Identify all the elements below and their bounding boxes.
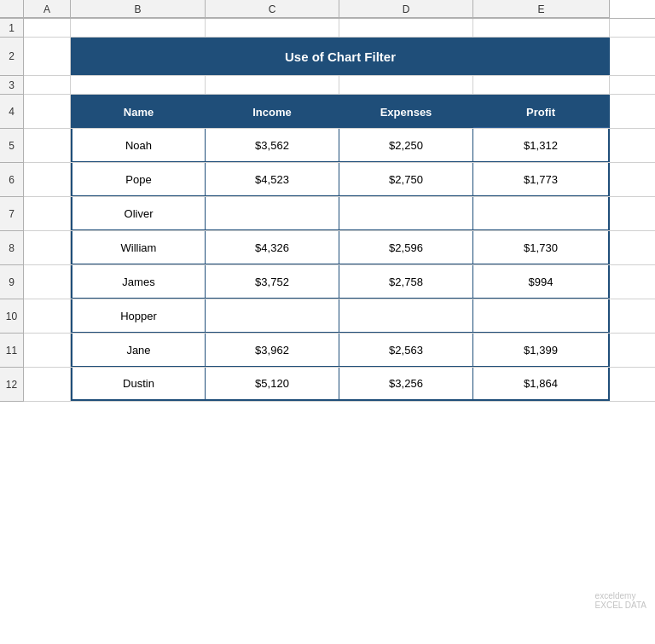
cell-1b	[71, 19, 206, 37]
row-header-10: 10	[0, 299, 24, 334]
cell-8a	[24, 231, 71, 264]
cell-3d	[339, 76, 473, 94]
cell-1a	[24, 19, 71, 37]
cell-9a	[24, 265, 71, 299]
cell-8e: $1,730	[473, 231, 610, 264]
row-header-4: 4	[0, 95, 24, 129]
cell-3b	[71, 76, 206, 94]
cell-9c: $3,752	[206, 265, 339, 299]
cell-6b: Pope	[71, 163, 206, 196]
cell-12e: $1,864	[473, 368, 610, 401]
cell-8c: $4,326	[206, 231, 339, 264]
row-11: Jane $3,962 $2,563 $1,399	[24, 334, 655, 368]
header-income: Income	[206, 95, 339, 128]
col-header-a: A	[24, 0, 71, 18]
cell-11d: $2,563	[339, 334, 473, 367]
cell-7d	[339, 197, 473, 230]
cell-5a	[24, 129, 71, 162]
row-10: Hopper	[24, 299, 655, 334]
row-5: Noah $3,562 $2,250 $1,312	[24, 129, 655, 163]
cell-12d: $3,256	[339, 368, 473, 401]
col-header-c: C	[206, 0, 339, 18]
row-header-8: 8	[0, 231, 24, 265]
cell-3c	[206, 76, 339, 94]
cell-3a	[24, 76, 71, 94]
row-4: Name Income Expenses Profit	[24, 95, 655, 129]
cell-7e	[473, 197, 610, 230]
cell-10e	[473, 299, 610, 333]
row-9: James $3,752 $2,758 $994	[24, 265, 655, 299]
cell-6e: $1,773	[473, 163, 610, 196]
row-3	[24, 76, 655, 95]
cell-7c	[206, 197, 339, 230]
cell-11b: Jane	[71, 334, 206, 367]
cell-12c: $5,120	[206, 368, 339, 401]
header-profit: Profit	[473, 95, 610, 128]
row-6: Pope $4,523 $2,750 $1,773	[24, 163, 655, 197]
title-cell: Use of Chart Filter	[71, 38, 610, 75]
cell-6d: $2,750	[339, 163, 473, 196]
cell-11e: $1,399	[473, 334, 610, 367]
cell-9b: James	[71, 265, 206, 299]
cell-10b: Hopper	[71, 299, 206, 333]
col-header-b: B	[71, 0, 206, 18]
cell-4a	[24, 95, 71, 128]
cell-11a	[24, 334, 71, 367]
cell-10c	[206, 299, 339, 333]
cell-5d: $2,250	[339, 129, 473, 162]
cell-1c	[206, 19, 339, 37]
cell-6a	[24, 163, 71, 196]
cell-10d	[339, 299, 473, 333]
cell-8b: William	[71, 231, 206, 264]
row-8: William $4,326 $2,596 $1,730	[24, 231, 655, 265]
row-header-1: 1	[0, 19, 24, 38]
cell-10a	[24, 299, 71, 333]
cell-5e: $1,312	[473, 129, 610, 162]
row-2: Use of Chart Filter	[24, 38, 655, 76]
cell-1d	[339, 19, 473, 37]
row-12: Dustin $5,120 $3,256 $1,864	[24, 368, 655, 402]
row-header-9: 9	[0, 265, 24, 299]
cell-3e	[473, 76, 610, 94]
row-header-12: 12	[0, 368, 24, 402]
cell-9d: $2,758	[339, 265, 473, 299]
cell-2a	[24, 38, 71, 75]
cell-11c: $3,962	[206, 334, 339, 367]
row-header-7: 7	[0, 197, 24, 231]
row-1	[24, 19, 655, 38]
cell-8d: $2,596	[339, 231, 473, 264]
header-name: Name	[71, 95, 206, 128]
data-area: Use of Chart Filter Name Income Expenses…	[24, 19, 655, 402]
grid-body: 1 2 3 4 5 6 7 8 9 10 11 12	[0, 19, 655, 402]
header-expenses: Expenses	[339, 95, 473, 128]
row-7: Oliver	[24, 197, 655, 231]
row-header-11: 11	[0, 334, 24, 368]
cell-1e	[473, 19, 610, 37]
cell-12b: Dustin	[71, 368, 206, 401]
row-header-6: 6	[0, 163, 24, 197]
col-header-e: E	[473, 0, 610, 18]
cell-7b: Oliver	[71, 197, 206, 230]
col-header-d: D	[339, 0, 473, 18]
row-header-3: 3	[0, 76, 24, 95]
cell-12a	[24, 368, 71, 401]
row-header-2: 2	[0, 38, 24, 76]
watermark: exceldemyEXCEL DATA	[595, 591, 646, 610]
corner-cell	[0, 0, 24, 18]
cell-7a	[24, 197, 71, 230]
row-headers: 1 2 3 4 5 6 7 8 9 10 11 12	[0, 19, 24, 402]
row-header-5: 5	[0, 129, 24, 163]
cell-9e: $994	[473, 265, 610, 299]
cell-5c: $3,562	[206, 129, 339, 162]
column-headers: A B C D E	[0, 0, 655, 19]
cell-5b: Noah	[71, 129, 206, 162]
spreadsheet: A B C D E 1 2 3 4 5 6 7 8 9 10 11 12	[0, 0, 655, 644]
cell-6c: $4,523	[206, 163, 339, 196]
